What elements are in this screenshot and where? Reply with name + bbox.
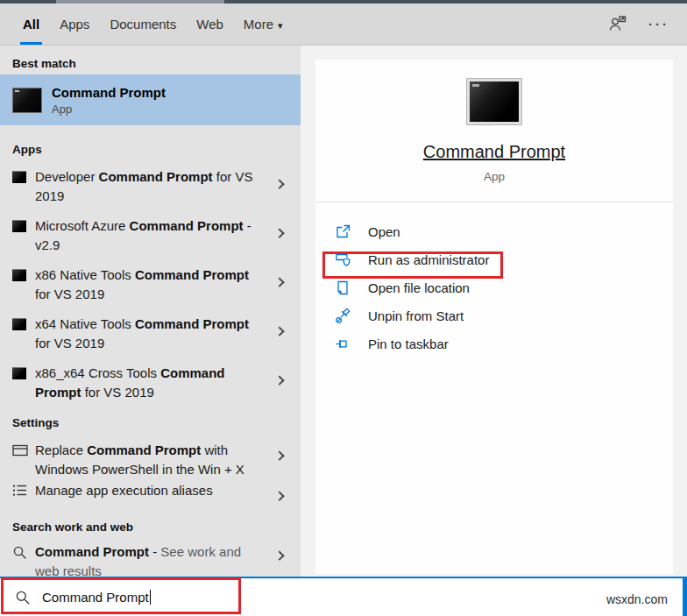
action-label: Open	[368, 224, 400, 239]
search-input-value: Command Prompt	[42, 590, 149, 605]
result-text: -	[149, 544, 160, 559]
tab-web[interactable]: Web	[195, 11, 225, 37]
tab-apps[interactable]: Apps	[58, 11, 91, 37]
app-result-cross-cmd[interactable]: x86_x64 Cross Tools Command Prompt for V…	[0, 357, 301, 406]
action-pin-to-taskbar[interactable]: Pin to taskbar	[335, 329, 673, 358]
open-icon	[335, 223, 351, 240]
result-text-match: Command Prompt	[35, 544, 149, 559]
chevron-down-icon: ▾	[278, 20, 283, 31]
file-location-icon	[335, 280, 351, 296]
command-prompt-icon	[12, 367, 26, 379]
best-match-result[interactable]: Command Prompt App	[0, 74, 301, 125]
result-text-match: Command Prompt	[130, 218, 244, 233]
list-settings-icon	[12, 484, 27, 497]
chevron-right-icon[interactable]	[274, 376, 284, 386]
result-text-match: Command Prompt	[135, 316, 249, 331]
chevron-right-icon[interactable]	[274, 180, 284, 189]
app-result-developer-cmd[interactable]: Developer Command Prompt for VS 2019	[0, 160, 301, 209]
best-match-subtitle: App	[52, 103, 166, 116]
result-text-match: Command Prompt	[135, 267, 249, 282]
app-result-x64-cmd[interactable]: x64 Native Tools Command Prompt for VS 2…	[0, 308, 301, 357]
ellipsis-menu-icon[interactable]: ···	[648, 20, 669, 29]
action-open[interactable]: Open	[335, 217, 673, 245]
command-prompt-icon	[12, 269, 26, 281]
tab-documents[interactable]: Documents	[108, 11, 178, 37]
tab-web-label: Web	[196, 17, 223, 32]
command-prompt-large-icon	[467, 79, 521, 124]
best-match-title: Command Prompt	[52, 85, 166, 100]
command-prompt-icon	[12, 171, 26, 183]
tab-all[interactable]: All	[21, 11, 41, 37]
tab-all-label: All	[23, 17, 39, 32]
result-text: for VS 2019	[35, 336, 104, 350]
result-text: x64 Native Tools	[35, 316, 135, 331]
action-label: Open file location	[368, 280, 470, 295]
chevron-right-icon[interactable]	[274, 278, 284, 287]
search-filter-tabbar: All Apps Documents Web More▾ ···	[0, 4, 687, 46]
result-text: for VS 2019	[35, 287, 104, 301]
result-text: Microsoft Azure	[35, 218, 130, 233]
command-prompt-icon	[12, 318, 26, 330]
preview-title: Command Prompt	[315, 142, 673, 162]
result-text: for VS 2019	[81, 385, 154, 400]
settings-result-replace-cmd[interactable]: Replace Command Prompt with Windows Powe…	[0, 434, 301, 479]
tab-list: All Apps Documents Web More▾	[21, 11, 285, 37]
tab-more[interactable]: More▾	[242, 11, 285, 37]
chevron-right-icon[interactable]	[274, 492, 284, 501]
section-header-apps: Apps	[0, 138, 301, 160]
preview-subtitle: App	[315, 170, 673, 183]
app-result-azure-cmd[interactable]: Microsoft Azure Command Prompt - v2.9	[0, 209, 301, 258]
web-search-result[interactable]: Command Prompt - See work and web result…	[0, 537, 301, 577]
action-label: Unpin from Start	[368, 308, 464, 323]
results-panel: Best match Command Prompt App Apps Devel…	[0, 46, 301, 577]
result-text: x86 Native Tools	[35, 267, 135, 282]
tab-documents-label: Documents	[110, 17, 176, 32]
result-text: x86_x64 Cross Tools	[35, 365, 160, 380]
divider	[315, 202, 673, 202]
tab-more-label: More	[244, 17, 273, 32]
watermark: wsxdn.com	[606, 592, 668, 606]
result-text-match: Command Prompt	[99, 169, 213, 184]
command-prompt-icon	[12, 220, 26, 232]
window-settings-icon	[12, 444, 28, 457]
search-flyout: All Apps Documents Web More▾ ··· Best ma…	[0, 0, 687, 616]
command-prompt-icon	[12, 88, 42, 113]
account-feedback-icon[interactable]	[608, 14, 627, 36]
run-as-admin-shield-icon	[335, 251, 351, 268]
action-open-file-location[interactable]: Open file location	[335, 273, 673, 301]
search-icon	[15, 590, 31, 605]
result-text: Manage app execution aliases	[35, 483, 213, 498]
pin-icon	[335, 336, 351, 352]
action-label: Run as administrator	[368, 252, 489, 267]
action-unpin-from-start[interactable]: Unpin from Start	[335, 301, 673, 329]
section-header-best-match: Best match	[0, 52, 301, 74]
section-header-settings: Settings	[0, 411, 301, 434]
taskbar-search-input[interactable]: Command Prompt	[0, 577, 687, 616]
chevron-right-icon[interactable]	[274, 327, 284, 336]
section-header-search-web: Search work and web	[0, 516, 301, 537]
action-label: Pin to taskbar	[368, 336, 449, 351]
tab-apps-label: Apps	[60, 17, 89, 32]
settings-result-aliases[interactable]: Manage app execution aliases	[0, 479, 301, 514]
app-result-x86-cmd[interactable]: x86 Native Tools Command Prompt for VS 2…	[0, 258, 301, 308]
search-icon	[12, 545, 27, 560]
action-run-as-administrator[interactable]: Run as administrator	[335, 245, 673, 273]
result-text: Developer	[35, 169, 99, 184]
chevron-right-icon[interactable]	[274, 229, 284, 238]
text-cursor	[150, 590, 151, 605]
chevron-right-icon[interactable]	[274, 551, 284, 561]
chevron-right-icon[interactable]	[274, 451, 284, 461]
result-text-match: Command Prompt	[87, 443, 201, 457]
unpin-icon	[335, 308, 351, 324]
result-text: Replace	[35, 443, 87, 457]
active-tab-underline	[20, 42, 42, 45]
preview-panel: Command Prompt App Open Run as administr…	[315, 60, 673, 574]
context-actions: Open Run as administrator Open file loca…	[315, 217, 673, 358]
